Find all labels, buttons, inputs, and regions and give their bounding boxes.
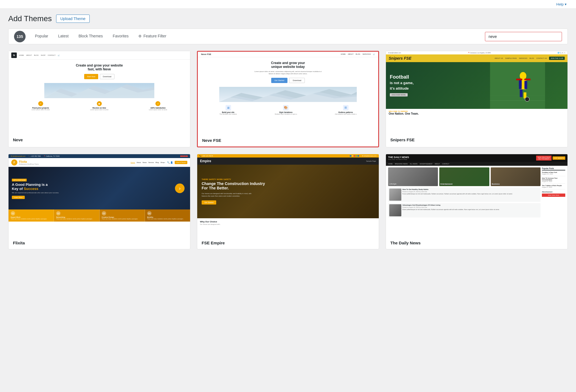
- tab-feature-filter[interactable]: ⚙ Feature Filter: [133, 29, 171, 44]
- theme-card-snipers[interactable]: ✉ test@mailtest.com 📍 Crestwood, Los Ang…: [386, 51, 568, 147]
- neve-nav-links: HOMEABOUTBLOGSHOPCONTACT🛒: [19, 54, 60, 56]
- neve-fse-info: Neve FSE: [198, 134, 378, 147]
- flixita-hero-title: A Good Planning is aKey of Success: [12, 183, 59, 191]
- neve-features: ✓ Fixed price projects Lorem ipsum dolor…: [9, 99, 190, 113]
- snipers-hero-title: Footballis not a game,it's attitude: [390, 74, 414, 91]
- daily-news-info: The Daily News: [386, 237, 567, 249]
- snipers-logo: Snipers FSE: [389, 56, 411, 60]
- help-button[interactable]: Help ▾: [552, 0, 570, 9]
- neve-mountain-svg: [9, 83, 190, 98]
- tab-block-themes[interactable]: Block Themes: [73, 29, 108, 44]
- svg-rect-7: [490, 62, 545, 109]
- neve-preview: N HOMEABOUTBLOGSHOPCONTACT🛒 Create and g…: [9, 51, 190, 134]
- theme-card-daily-news[interactable]: THE DAILY NEWS Every Story You Need To R…: [386, 154, 568, 249]
- neve-fse-mountain-svg: [198, 87, 378, 102]
- flixita-preview: ✉ info@example.com 📞 +123 456 7890 📍 Cal…: [9, 154, 190, 237]
- svg-rect-14: [520, 89, 523, 97]
- tab-latest[interactable]: Latest: [53, 29, 73, 44]
- empire-brand: Empire: [200, 159, 211, 163]
- neve-info: Neve: [9, 134, 190, 146]
- empire-name: FSE Empire: [202, 241, 374, 245]
- page-header: Add Themes Upload Theme: [8, 14, 568, 23]
- tab-popular[interactable]: Popular: [30, 29, 53, 44]
- neve-fse-preview: Neve FSE HOMEABOUTBLOGSERVICES🛒 Create a…: [198, 52, 378, 134]
- daily-news-name: The Daily News: [390, 241, 563, 245]
- svg-rect-19: [525, 79, 531, 80]
- flixita-info: Flixita: [9, 237, 190, 249]
- empire-cta[interactable]: Get Started: [202, 200, 216, 205]
- filter-tabs: Popular Latest Block Themes Favorites ⚙ …: [30, 29, 485, 44]
- snipers-name: Snipers FSE: [390, 137, 563, 142]
- theme-count-badge: 135: [14, 31, 26, 42]
- theme-card-neve-fse[interactable]: Neve FSE HOMEABOUTBLOGSERVICES🛒 Create a…: [197, 51, 379, 147]
- snipers-info: Snipers FSE: [386, 134, 567, 146]
- tab-favorites[interactable]: Favorites: [108, 29, 134, 44]
- empire-info: FSE Empire: [197, 237, 379, 249]
- themes-grid: N HOMEABOUTBLOGSHOPCONTACT🛒 Create and g…: [8, 51, 568, 249]
- neve-feature-2: ◆ Receive on time Lorem ipsum dolor sit …: [90, 101, 108, 111]
- dn-entertainment-card: Entertainment: [439, 167, 489, 186]
- daily-news-preview: THE DAILY NEWS Every Story You Need To R…: [386, 154, 567, 237]
- svg-point-16: [525, 97, 530, 101]
- theme-card-flixita[interactable]: ✉ info@example.com 📞 +123 456 7890 📍 Cal…: [8, 154, 190, 249]
- flixita-name: Flixita: [13, 241, 186, 245]
- svg-rect-13: [525, 81, 527, 89]
- page-title: Add Themes: [8, 14, 52, 23]
- neve-feature-3: ⚡ 100% Satisfaction Lorem ipsum dolor si…: [149, 101, 167, 111]
- dn-brand: THE DAILY NEWS: [388, 156, 409, 159]
- empire-hero-title: Change The Construction IndustryFor The …: [202, 181, 265, 190]
- search-input[interactable]: [485, 32, 562, 41]
- neve-start-btn[interactable]: Start Now: [84, 74, 98, 79]
- svg-rect-18: [516, 79, 522, 80]
- top-bar: Help ▾: [0, 0, 576, 9]
- help-label: Help: [556, 2, 564, 6]
- page-wrapper: Add Themes Upload Theme 135 Popular Late…: [0, 9, 576, 255]
- empire-bottom-title: Why Our Choice: [200, 220, 376, 223]
- neve-name: Neve: [13, 137, 186, 142]
- gear-icon: ⚙: [138, 34, 142, 38]
- filter-bar: 135 Popular Latest Block Themes Favorite…: [8, 29, 568, 44]
- neve-fse-hero-title: Create and grow yourunique website today: [202, 61, 374, 69]
- neve-logo: N: [11, 53, 17, 58]
- search-box: [485, 32, 562, 41]
- neve-download-btn[interactable]: Download: [100, 74, 114, 79]
- flixita-brand: Flixita: [19, 160, 39, 163]
- svg-point-10: [520, 72, 526, 80]
- neve-fse-name: Neve FSE: [202, 138, 374, 143]
- empire-preview: 📞 +099-123-45678 🔵🟡🔴🟢🔵 ✉ info@domana.com…: [197, 154, 379, 237]
- neve-fse-download-btn[interactable]: Download: [289, 78, 305, 83]
- neve-feature-1: ✓ Fixed price projects Lorem ipsum dolor…: [31, 101, 50, 111]
- upload-theme-button[interactable]: Upload Theme: [56, 15, 90, 23]
- snipers-football-svg: [468, 62, 567, 109]
- snipers-bottom-title: One Nation. One Team.: [389, 112, 565, 115]
- neve-fse-start-btn[interactable]: Get Started: [271, 78, 288, 83]
- snipers-preview: ✉ test@mailtest.com 📍 Crestwood, Los Ang…: [386, 51, 567, 134]
- theme-card-fse-empire[interactable]: 📞 +099-123-45678 🔵🟡🔴🟢🔵 ✉ info@domana.com…: [197, 154, 379, 249]
- neve-hero-title: Create and grow your websitefast, with N…: [13, 64, 186, 71]
- theme-card-neve[interactable]: N HOMEABOUTBLOGSHOPCONTACT🛒 Create and g…: [8, 51, 190, 147]
- help-arrow-icon: ▾: [565, 2, 567, 6]
- neve-fse-features: 🖥 Build your site The flexibility and cr…: [198, 103, 378, 117]
